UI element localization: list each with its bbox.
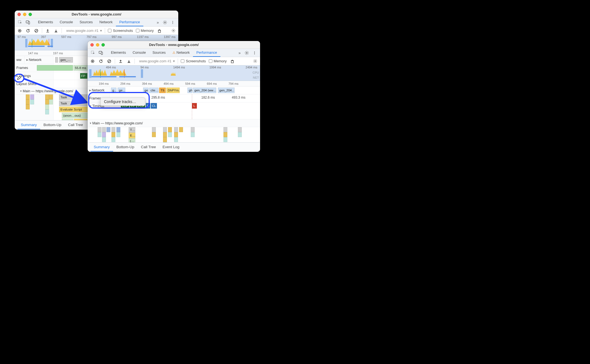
svg-point-19 (254, 52, 255, 53)
tab-console[interactable]: Console (129, 49, 149, 57)
settings-icon[interactable] (162, 19, 168, 26)
collapse-icon: ▼ (89, 105, 92, 107)
reload-icon[interactable] (25, 28, 31, 34)
memory-checkbox[interactable]: Memory (209, 59, 227, 63)
svg-rect-11 (158, 30, 161, 32)
upload-icon[interactable] (118, 58, 123, 64)
settings-icon[interactable] (243, 50, 250, 56)
btab-summary[interactable]: Summary (17, 121, 40, 129)
download-icon[interactable] (126, 58, 132, 64)
recording-selector[interactable]: www.google.com #1 ▾ (65, 28, 105, 33)
titlebar[interactable]: DevTools - www.google.com/ (15, 11, 178, 18)
close-icon[interactable] (90, 43, 94, 47)
clear-icon[interactable] (106, 58, 112, 64)
tracks-area[interactable]: ▶ Network g… ge… ge clie… T9… DhPYm… gh … (88, 86, 260, 142)
record-icon[interactable] (90, 58, 95, 64)
panel-settings-icon[interactable] (252, 58, 258, 64)
close-icon[interactable] (17, 13, 21, 16)
tab-console[interactable]: Console (56, 18, 76, 26)
more-menu-icon[interactable] (169, 19, 176, 26)
tab-sources[interactable]: Sources (149, 49, 169, 57)
devtools-tabstrip: Elements Console Sources Network Perform… (15, 18, 178, 27)
more-menu-icon[interactable] (251, 50, 258, 56)
collapse-icon: ▼ (89, 122, 92, 125)
btab-bottom-up[interactable]: Bottom-Up (40, 121, 65, 129)
svg-point-5 (172, 22, 173, 22)
svg-point-26 (255, 61, 256, 62)
device-toggle-icon[interactable] (25, 19, 31, 26)
svg-point-20 (254, 53, 255, 54)
more-tabs-icon[interactable]: » (237, 51, 242, 55)
svg-point-12 (173, 30, 174, 31)
gc-icon[interactable] (157, 28, 162, 34)
devtools-window-front: DevTools - www.google.com/ Elements Cons… (88, 41, 260, 152)
track-network: ▶ Network g… ge… ge clie… T9… DhPYm… gh … (88, 86, 260, 94)
performance-toolbar: www.google.com #1 ▾ Screenshots Memory (88, 57, 260, 65)
time-ruler[interactable]: 194 ms 294 ms 394 ms 494 ms 594 ms 694 m… (88, 81, 260, 86)
btab-bottom-up[interactable]: Bottom-Up (113, 143, 138, 152)
timeline-overview[interactable]: 494 ms 94 ms 1494 ms 1994 ms 2494 ms CPU… (88, 65, 260, 81)
more-tabs-icon[interactable]: » (155, 20, 161, 25)
titlebar[interactable]: DevTools - www.google.com/ (88, 41, 260, 49)
svg-line-10 (35, 30, 37, 32)
clear-icon[interactable] (34, 28, 39, 34)
window-title: DevTools - www.google.com/ (15, 12, 178, 16)
svg-point-4 (172, 21, 173, 21)
svg-point-17 (246, 52, 247, 53)
svg-point-22 (92, 60, 93, 62)
track-main: ▼ Main — https://www.google.com/ (88, 119, 260, 127)
screenshots-checkbox[interactable]: Screenshots (108, 29, 133, 33)
svg-point-18 (254, 51, 255, 52)
panel-settings-icon[interactable] (171, 28, 176, 34)
edit-track-icon[interactable] (17, 76, 22, 81)
window-traffic-lights[interactable] (90, 43, 105, 47)
tab-network[interactable]: Network (169, 49, 193, 57)
device-toggle-icon[interactable] (98, 50, 104, 56)
zoom-icon[interactable] (29, 13, 32, 16)
dropdown-icon: ▾ (100, 29, 102, 33)
tab-elements[interactable]: Elements (35, 18, 56, 26)
record-icon[interactable] (17, 28, 22, 34)
btab-summary[interactable]: Summary (90, 143, 113, 152)
expand-icon: ▶ (89, 89, 91, 92)
bottom-tabs: Summary Bottom-Up Call Tree Event Log (88, 142, 260, 152)
memory-checkbox[interactable]: Memory (136, 29, 154, 33)
recording-selector[interactable]: www.google.com #1 ▾ (138, 58, 178, 64)
svg-point-8 (19, 30, 21, 31)
context-menu-item-configure-tracks[interactable]: Configure tracks… (104, 99, 142, 104)
window-title: DevTools - www.google.com/ (88, 43, 260, 47)
window-traffic-lights[interactable] (17, 13, 32, 16)
minimize-icon[interactable] (96, 43, 99, 47)
network-abbrev: ww (16, 58, 21, 62)
main-flame: T… E…t (… (88, 127, 260, 142)
performance-toolbar: www.google.com #1 ▾ Screenshots Memory (15, 27, 178, 35)
btab-event-log[interactable]: Event Log (159, 143, 183, 152)
tab-performance[interactable]: Performance (193, 49, 220, 57)
download-icon[interactable] (53, 28, 59, 34)
expand-icon: ▶ (26, 58, 28, 61)
context-menu[interactable]: Configure tracks… (100, 98, 145, 106)
minimize-icon[interactable] (23, 13, 26, 16)
tab-sources[interactable]: Sources (76, 18, 96, 26)
inspect-element-icon[interactable] (17, 19, 24, 26)
svg-rect-16 (101, 52, 103, 55)
devtools-tabstrip: Elements Console Sources Network Perform… (88, 49, 260, 57)
btab-call-tree[interactable]: Call Tree (138, 143, 159, 152)
upload-icon[interactable] (45, 28, 50, 34)
btab-call-tree[interactable]: Call Tree (65, 121, 86, 129)
svg-rect-25 (231, 61, 233, 63)
tab-network[interactable]: Network (96, 18, 116, 26)
zoom-icon[interactable] (101, 43, 105, 47)
dropdown-icon: ▾ (173, 59, 175, 63)
reload-icon[interactable] (98, 58, 104, 64)
svg-line-24 (108, 60, 110, 62)
collapse-icon: ▼ (20, 90, 22, 93)
tab-elements[interactable]: Elements (108, 49, 129, 57)
gc-icon[interactable] (230, 58, 235, 64)
inspect-element-icon[interactable] (90, 50, 96, 56)
svg-point-3 (164, 22, 166, 23)
panel-tabs: Elements Console Sources Network Perform… (108, 49, 236, 57)
tab-performance[interactable]: Performance (116, 18, 143, 26)
svg-rect-2 (28, 22, 30, 24)
screenshots-checkbox[interactable]: Screenshots (181, 59, 206, 63)
